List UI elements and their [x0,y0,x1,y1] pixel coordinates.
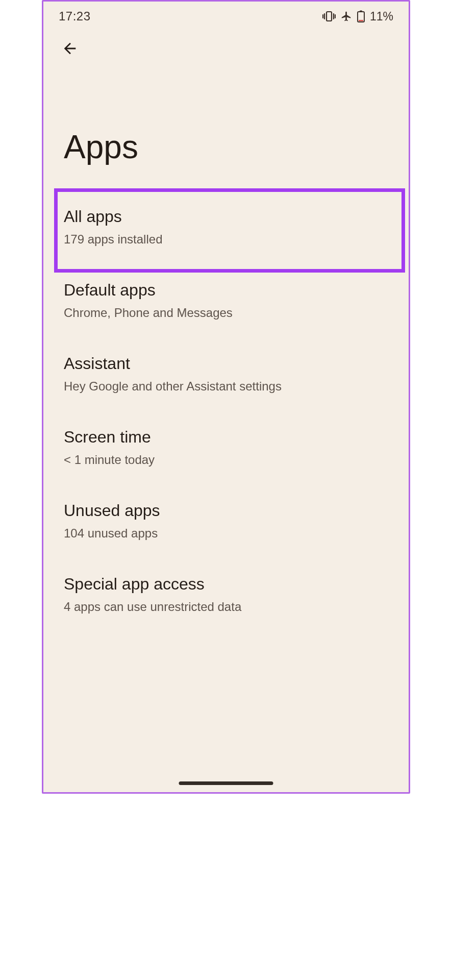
menu-item-title: Default apps [64,279,388,301]
status-time: 17:23 [59,9,91,23]
svg-rect-0 [327,12,332,21]
menu-item-sub: Chrome, Phone and Messages [64,304,388,322]
menu-item-all-apps[interactable]: All apps 179 apps installed [43,191,409,265]
airplane-mode-icon [341,11,352,22]
menu-item-default-apps[interactable]: Default apps Chrome, Phone and Messages [43,265,409,338]
menu-item-screen-time[interactable]: Screen time < 1 minute today [43,412,409,485]
vibrate-icon [322,11,336,22]
svg-rect-6 [360,11,362,12]
menu-item-unused-apps[interactable]: Unused apps 104 unused apps [43,485,409,559]
arrow-back-icon [61,40,79,59]
back-button[interactable] [58,37,82,62]
status-bar: 17:23 [43,2,409,26]
menu-item-assistant[interactable]: Assistant Hey Google and other Assistant… [43,338,409,412]
page-title: Apps [43,62,409,191]
screen: 17:23 [42,0,410,794]
menu-item-sub: 179 apps installed [64,231,388,249]
menu-item-title: Screen time [64,426,388,448]
battery-percent: 11% [370,10,393,23]
menu-item-sub: 4 apps can use unrestricted data [64,598,388,616]
navigation-handle[interactable] [179,781,273,785]
menu-item-sub: 104 unused apps [64,525,388,543]
menu-item-title: Special app access [64,573,388,595]
menu-item-sub: Hey Google and other Assistant settings [64,378,388,396]
menu-item-title: Assistant [64,353,388,375]
settings-list: All apps 179 apps installed Default apps… [43,191,409,632]
menu-item-special-app-access[interactable]: Special app access 4 apps can use unrest… [43,559,409,632]
menu-item-title: All apps [64,206,388,228]
svg-rect-7 [359,20,363,21]
battery-icon [357,10,365,22]
menu-item-title: Unused apps [64,500,388,522]
status-indicators: 11% [322,10,393,23]
menu-item-sub: < 1 minute today [64,451,388,469]
